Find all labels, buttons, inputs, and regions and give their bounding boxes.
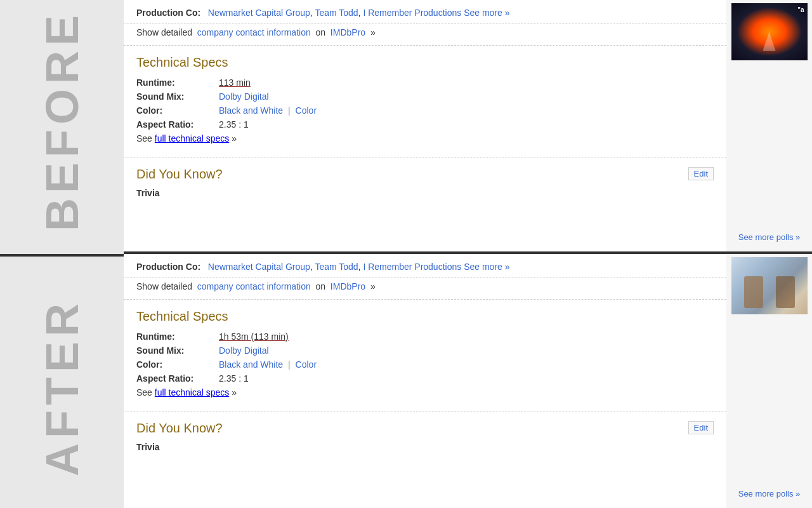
after-sound-mix-row: Sound Mix: Dolby Digital: [136, 345, 714, 356]
after-show-detailed-on: on: [316, 281, 326, 291]
after-company-link-3[interactable]: I Remember Productions: [363, 262, 461, 272]
before-runtime-row: Runtime: 113 min: [136, 77, 714, 88]
before-production-co-row: Production Co: Newmarket Capital Group, …: [124, 0, 726, 23]
before-company-link-1[interactable]: Newmarket Capital Group: [208, 8, 310, 18]
after-production-co-row: Production Co: Newmarket Capital Group, …: [124, 254, 726, 277]
after-trivia-label: Trivia: [136, 442, 714, 452]
after-runtime-text: 1h 53m (113 min): [219, 331, 289, 342]
after-show-detailed-prefix: Show detailed: [136, 281, 192, 291]
after-full-specs-suffix: »: [232, 387, 237, 398]
before-runtime-text: 113 min: [219, 77, 251, 88]
before-show-detailed-prefix: Show detailed: [136, 27, 192, 37]
before-color-separator: |: [288, 105, 291, 116]
after-aspect-ratio-label: Aspect Ratio:: [136, 373, 219, 384]
before-sound-mix-value: Dolby Digital: [219, 91, 269, 102]
before-company-contact-link[interactable]: company contact information: [197, 27, 311, 37]
before-color-bw-link[interactable]: Black and White: [219, 105, 283, 116]
before-production-co-label: Production Co:: [136, 8, 200, 18]
after-show-detailed-row: Show detailed company contact informatio…: [124, 277, 726, 300]
before-aspect-ratio-row: Aspect Ratio: 2.35 : 1: [136, 119, 714, 130]
before-company-link-2[interactable]: Team Todd: [315, 8, 358, 18]
after-runtime-row: Runtime: 1h 53m (113 min): [136, 331, 714, 342]
after-label: AFTER: [36, 254, 88, 508]
before-poll-card: "a See more polls »: [726, 0, 812, 254]
before-tech-specs-heading: Technical Specs: [136, 55, 714, 70]
before-sound-mix-label: Sound Mix:: [136, 91, 219, 102]
before-color-row: Color: Black and White | Color: [136, 105, 714, 116]
after-full-specs-see: See: [136, 387, 152, 398]
after-see-more-link[interactable]: See more »: [464, 262, 509, 272]
before-did-you-know: Edit Did You Know? Trivia: [124, 157, 726, 204]
before-full-specs-suffix: »: [232, 133, 237, 144]
before-imdbpro-suffix: »: [370, 27, 376, 37]
before-full-specs-row: See full technical specs »: [136, 133, 714, 144]
before-poll-image: "a: [731, 3, 808, 60]
before-runtime-value: 113 min: [219, 77, 251, 88]
after-did-you-know: Edit Did You Know? Trivia: [124, 411, 726, 458]
after-tech-specs: Technical Specs Runtime: 1h 53m (113 min…: [124, 300, 726, 411]
after-poll-card: See more polls »: [726, 254, 812, 508]
after-company-link-1[interactable]: Newmarket Capital Group: [208, 262, 310, 272]
before-see-more-polls-link[interactable]: See more polls »: [738, 226, 801, 248]
after-production-co-label: Production Co:: [136, 262, 200, 272]
before-imdbpro-link[interactable]: IMDbPro: [331, 27, 365, 37]
main-content: Production Co: Newmarket Capital Group, …: [124, 0, 726, 508]
after-full-specs-link[interactable]: full technical specs: [155, 387, 230, 398]
before-tech-specs: Technical Specs Runtime: 113 min Sound M…: [124, 46, 726, 157]
after-aspect-ratio-value: 2.35 : 1: [219, 373, 249, 384]
before-color-label: Color:: [136, 105, 219, 116]
before-full-specs-see: See: [136, 133, 152, 144]
before-color-color-link[interactable]: Color: [296, 105, 317, 116]
after-color-bw-link[interactable]: Black and White: [219, 359, 283, 370]
after-tech-specs-heading: Technical Specs: [136, 309, 714, 324]
before-runtime-label: Runtime:: [136, 77, 219, 88]
before-show-detailed-on: on: [316, 27, 326, 37]
right-sidebar: "a See more polls » See more polls »: [726, 0, 812, 508]
before-aspect-ratio-label: Aspect Ratio:: [136, 119, 219, 130]
before-aspect-ratio-value: 2.35 : 1: [219, 119, 249, 130]
after-color-row: Color: Black and White | Color: [136, 359, 714, 370]
before-did-you-know-heading: Did You Know?: [136, 167, 714, 182]
after-sound-mix-value: Dolby Digital: [219, 345, 269, 356]
before-see-more-link[interactable]: See more »: [464, 8, 509, 18]
after-runtime-value: 1h 53m (113 min): [219, 331, 289, 342]
after-runtime-label: Runtime:: [136, 331, 219, 342]
after-poll-image: [731, 257, 808, 314]
after-color-separator: |: [288, 359, 291, 370]
after-color-value: Black and White | Color: [219, 359, 317, 370]
after-sound-mix-link[interactable]: Dolby Digital: [219, 345, 269, 356]
after-sound-mix-label: Sound Mix:: [136, 345, 219, 356]
before-sound-mix-row: Sound Mix: Dolby Digital: [136, 91, 714, 102]
after-aspect-ratio-row: Aspect Ratio: 2.35 : 1: [136, 373, 714, 384]
after-company-contact-link[interactable]: company contact information: [197, 281, 311, 291]
before-full-specs-link[interactable]: full technical specs: [155, 133, 230, 144]
after-did-you-know-heading: Did You Know?: [136, 421, 714, 436]
after-color-color-link[interactable]: Color: [296, 359, 317, 370]
before-poll-image-text: "a: [797, 6, 804, 13]
before-show-detailed-row: Show detailed company contact informatio…: [124, 23, 726, 46]
after-color-label: Color:: [136, 359, 219, 370]
sidebar: BEFORE AFTER: [0, 0, 124, 508]
after-imdbpro-link[interactable]: IMDbPro: [331, 281, 365, 291]
before-sound-mix-link[interactable]: Dolby Digital: [219, 91, 269, 102]
after-edit-button[interactable]: Edit: [688, 421, 714, 434]
before-label: BEFORE: [36, 0, 88, 254]
after-company-link-2[interactable]: Team Todd: [315, 262, 358, 272]
before-company-link-3[interactable]: I Remember Productions: [363, 8, 461, 18]
before-edit-button[interactable]: Edit: [688, 167, 714, 180]
after-full-specs-row: See full technical specs »: [136, 387, 714, 398]
before-trivia-label: Trivia: [136, 188, 714, 198]
after-imdbpro-suffix: »: [370, 281, 376, 291]
before-color-value: Black and White | Color: [219, 105, 317, 116]
after-see-more-polls-link[interactable]: See more polls »: [738, 483, 801, 505]
before-section: Production Co: Newmarket Capital Group, …: [124, 0, 726, 254]
after-section: Production Co: Newmarket Capital Group, …: [124, 254, 726, 508]
